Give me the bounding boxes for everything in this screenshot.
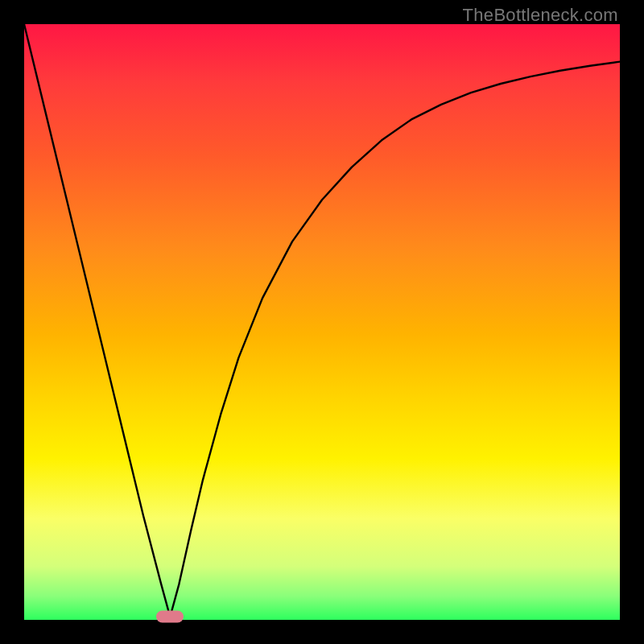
curve-svg xyxy=(24,24,620,620)
plot-area xyxy=(24,24,620,620)
bottleneck-curve xyxy=(24,24,620,617)
minimum-marker xyxy=(156,610,184,622)
chart-frame: TheBottleneck.com xyxy=(0,0,644,644)
watermark-text: TheBottleneck.com xyxy=(463,5,618,26)
